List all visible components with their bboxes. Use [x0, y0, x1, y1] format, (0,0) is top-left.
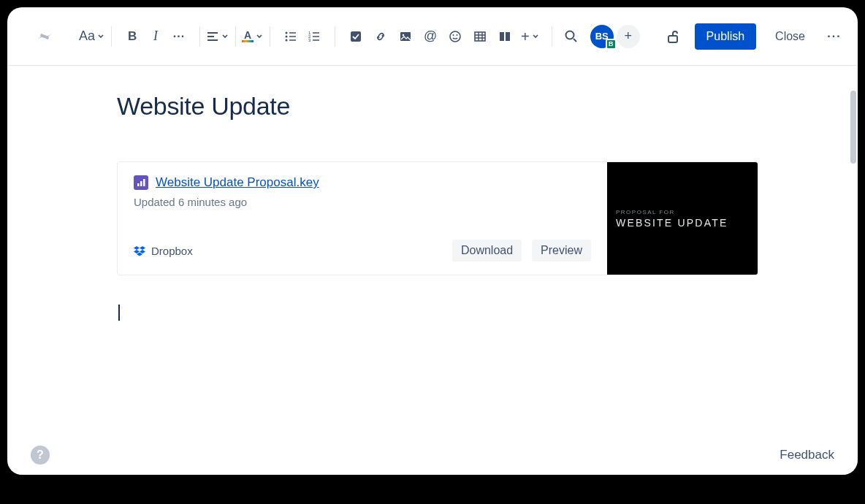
svg-rect-18 [140, 181, 142, 186]
alignment-selector[interactable] [205, 25, 231, 48]
keynote-file-icon [134, 175, 148, 190]
action-item-button[interactable] [346, 25, 366, 48]
text-style-selector[interactable]: Aa [77, 25, 107, 48]
close-button[interactable]: Close [768, 24, 812, 49]
text-color-selector[interactable]: A [240, 25, 265, 48]
user-avatar[interactable]: BS B [590, 25, 614, 48]
svg-point-1 [286, 35, 288, 37]
table-button[interactable] [470, 25, 490, 48]
thumb-kicker: PROPOSAL FOR [616, 209, 675, 215]
svg-point-11 [457, 34, 458, 36]
attachment-updated-text: Updated 6 minutes ago [134, 196, 591, 208]
svg-point-9 [450, 31, 460, 42]
more-formatting-button[interactable]: ··· [169, 25, 189, 48]
image-button[interactable] [395, 25, 416, 48]
more-actions-button[interactable]: ··· [824, 25, 845, 48]
mention-button[interactable]: @ [420, 25, 441, 48]
svg-rect-6 [351, 31, 361, 42]
svg-rect-14 [506, 32, 510, 41]
italic-button[interactable]: I [145, 25, 166, 48]
add-collaborator-button[interactable]: + [617, 25, 640, 48]
dropbox-icon [134, 245, 145, 256]
attachment-filename-link[interactable]: Website Update Proposal.key [156, 175, 319, 190]
link-button[interactable] [370, 25, 391, 48]
bullet-list-button[interactable] [281, 25, 301, 48]
svg-point-0 [286, 31, 288, 34]
restrictions-unlocked-icon[interactable] [663, 25, 683, 48]
page-title[interactable]: Website Update [117, 92, 858, 121]
svg-rect-17 [137, 183, 140, 186]
svg-rect-12 [475, 32, 485, 41]
svg-point-15 [565, 31, 574, 39]
svg-rect-7 [400, 32, 411, 41]
attachment-card: Website Update Proposal.key Updated 6 mi… [117, 161, 758, 275]
publish-button[interactable]: Publish [695, 23, 756, 50]
layouts-button[interactable] [495, 25, 515, 48]
editor-content[interactable]: Website Update Website Update Proposal.k… [7, 66, 858, 321]
confluence-logo-icon[interactable] [35, 27, 54, 46]
svg-text:3: 3 [308, 38, 311, 42]
search-button[interactable] [561, 25, 582, 48]
svg-rect-13 [500, 32, 504, 41]
numbered-list-button[interactable]: 123 [304, 25, 324, 48]
bold-button[interactable]: B [122, 25, 142, 48]
feedback-link[interactable]: Feedback [780, 448, 834, 462]
thumb-title: WEBSITE UPDATE [616, 217, 728, 229]
svg-point-8 [403, 34, 405, 36]
insert-more-button[interactable]: + [519, 25, 541, 48]
svg-point-10 [453, 34, 454, 36]
avatar-badge: B [606, 39, 617, 50]
help-button[interactable]: ? [31, 446, 50, 465]
download-button[interactable]: Download [452, 240, 522, 261]
editor-toolbar: Aa B I ··· A 123 [7, 7, 858, 66]
svg-rect-16 [668, 36, 677, 42]
scrollbar-thumb[interactable] [850, 91, 856, 164]
svg-point-2 [286, 39, 288, 41]
attachment-thumbnail[interactable]: PROPOSAL FOR WEBSITE UPDATE [607, 162, 758, 275]
attachment-source-label: Dropbox [151, 245, 193, 257]
text-cursor [118, 305, 120, 321]
attachment-source: Dropbox [134, 245, 193, 257]
emoji-button[interactable] [445, 25, 465, 48]
preview-button[interactable]: Preview [532, 240, 591, 261]
svg-rect-19 [143, 179, 145, 186]
